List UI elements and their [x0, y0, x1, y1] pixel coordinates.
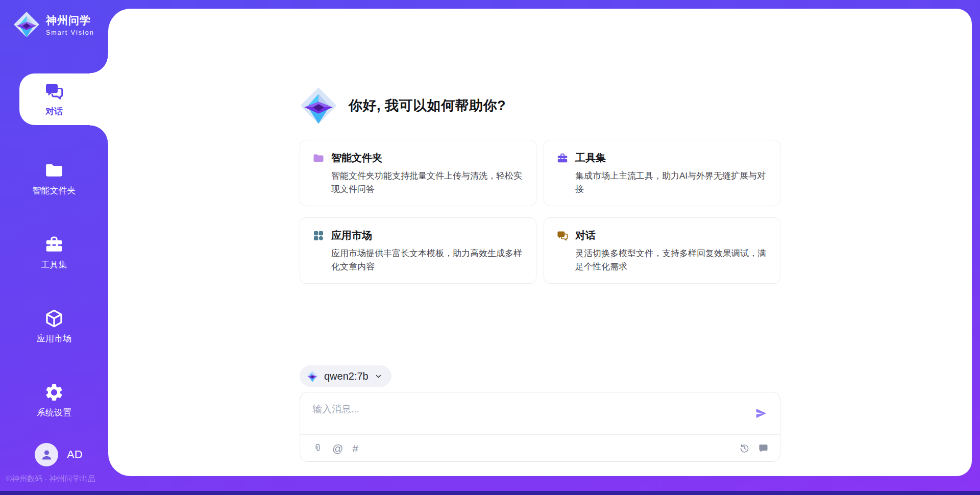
greeting-text: 你好, 我可以如何帮助你? — [349, 96, 506, 115]
card-description: 应用市场提供丰富长文本模板，助力高效生成多样化文章内容 — [331, 247, 524, 273]
card-description: 智能文件夹功能支持批量文件上传与清洗，轻松实现文件问答 — [331, 169, 524, 195]
chat-icon — [556, 230, 569, 242]
brand-subtitle: Smart Vision — [46, 29, 94, 36]
hash-icon[interactable]: # — [352, 443, 358, 454]
card-smart-folder[interactable]: 智能文件夹 智能文件夹功能支持批量文件上传与清洗，轻松实现文件问答 — [300, 140, 536, 206]
card-toolset[interactable]: 工具集 集成市场上主流工具，助力AI与外界无缝扩展与对接 — [544, 140, 780, 206]
brand: 神州问学 Smart Vision — [13, 11, 94, 38]
sidebar-item-label: 工具集 — [41, 259, 67, 270]
avatar — [35, 443, 58, 466]
sidebar-item-system-settings[interactable]: 系统设置 — [0, 375, 108, 426]
cube-icon — [44, 308, 64, 329]
paperclip-icon[interactable] — [312, 443, 323, 454]
brand-title: 神州问学 — [46, 13, 94, 28]
bottom-accent-bar — [0, 491, 980, 495]
greeting: 你好, 我可以如何帮助你? — [300, 87, 780, 125]
composer-toolbar: @ # — [312, 435, 769, 461]
user-profile[interactable]: AD — [35, 443, 83, 466]
active-tab-curve-top — [90, 55, 108, 73]
model-name: qwen2:7b — [324, 370, 369, 382]
feature-cards: 智能文件夹 智能文件夹功能支持批量文件上传与清洗，轻松实现文件问答 工具集 集成… — [300, 140, 780, 284]
chat-icon — [44, 81, 64, 102]
toolbox-icon — [44, 234, 64, 255]
sidebar-item-toolset[interactable]: 工具集 — [0, 227, 108, 278]
diamond-logo-icon — [300, 87, 337, 125]
grid-icon — [312, 230, 325, 242]
folder-icon — [44, 160, 64, 181]
send-icon[interactable] — [754, 407, 768, 420]
person-icon — [40, 448, 54, 462]
user-name: AD — [67, 448, 83, 461]
message-input[interactable] — [300, 392, 739, 432]
at-icon[interactable]: @ — [332, 443, 343, 454]
chevron-down-icon — [374, 372, 383, 381]
card-title: 对话 — [575, 229, 596, 242]
card-title: 应用市场 — [331, 229, 372, 242]
diamond-logo-icon — [13, 11, 40, 38]
sidebar-item-label: 智能文件夹 — [33, 185, 76, 196]
active-tab-curve-bottom — [90, 125, 108, 143]
card-title: 工具集 — [575, 151, 606, 165]
gear-icon — [44, 382, 64, 403]
diamond-logo-icon — [306, 370, 318, 382]
sidebar-item-label: 对话 — [45, 106, 63, 117]
content-area: 你好, 我可以如何帮助你? 智能文件夹 智能文件夹功能支持批量文件上传与清洗，轻… — [300, 9, 780, 462]
model-selector[interactable]: qwen2:7b — [300, 365, 391, 387]
card-description: 集成市场上主流工具，助力AI与外界无缝扩展与对接 — [575, 169, 768, 195]
sidebar-item-smart-folder[interactable]: 智能文件夹 — [0, 153, 108, 204]
sidebar-item-chat[interactable]: 对话 — [0, 73, 108, 125]
card-chat[interactable]: 对话 灵活切换多模型文件，支持多样回复效果调试，满足个性化需求 — [544, 217, 780, 284]
card-description: 灵活切换多模型文件，支持多样回复效果调试，满足个性化需求 — [575, 247, 768, 273]
message-icon[interactable] — [758, 443, 769, 454]
toolbox-icon — [556, 152, 569, 164]
history-icon[interactable] — [739, 443, 750, 454]
card-app-market[interactable]: 应用市场 应用市场提供丰富长文本模板，助力高效生成多样化文章内容 — [300, 217, 536, 284]
sidebar: 神州问学 Smart Vision 对话 智能文件夹 工具集 应用市场 系统设置… — [0, 0, 108, 495]
sidebar-item-app-market[interactable]: 应用市场 — [0, 301, 108, 352]
sidebar-item-label: 应用市场 — [37, 333, 71, 344]
folder-icon — [312, 152, 325, 164]
copyright-text: ©神州数码 · 神州问学出品 — [6, 474, 95, 484]
sidebar-item-label: 系统设置 — [37, 407, 71, 418]
card-title: 智能文件夹 — [331, 151, 382, 165]
message-composer: @ # — [300, 392, 780, 462]
